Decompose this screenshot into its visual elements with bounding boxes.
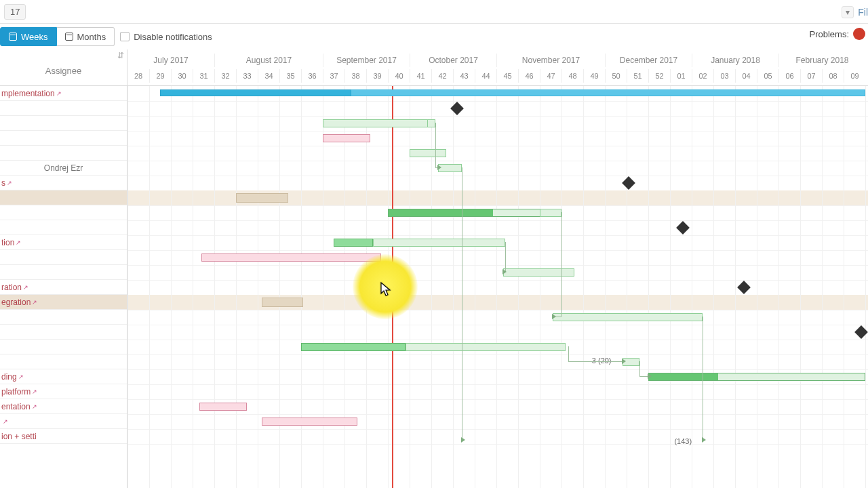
task-row[interactable]: ↗	[0, 414, 127, 429]
task-row[interactable]	[0, 265, 127, 280]
task-row[interactable]	[0, 101, 127, 116]
week-header[interactable]: 29	[149, 69, 171, 83]
task-row[interactable]	[0, 116, 127, 131]
week-header[interactable]: 01	[670, 69, 692, 83]
problems-label: Problems:	[809, 29, 849, 39]
task-bar[interactable]	[438, 164, 462, 172]
week-header[interactable]: 07	[800, 69, 822, 83]
task-row[interactable]	[0, 146, 127, 161]
column-picker-icon[interactable]: ⇵	[117, 51, 124, 60]
week-header[interactable]: 38	[344, 69, 366, 83]
task-bar[interactable]	[323, 119, 431, 127]
filters-link[interactable]: Fil	[858, 7, 868, 18]
task-bar[interactable]	[648, 373, 865, 381]
task-row[interactable]: ding↗	[0, 369, 127, 384]
task-row[interactable]: Ondrej Ezr	[0, 161, 127, 176]
week-header[interactable]: 42	[431, 69, 453, 83]
group-bar[interactable]	[236, 193, 288, 203]
week-header[interactable]: 51	[627, 69, 648, 83]
task-row[interactable]	[0, 325, 127, 340]
task-bar[interactable]	[301, 343, 406, 351]
gantt-chart-pane[interactable]: July 2017August 2017September 2017Octobe…	[127, 49, 868, 488]
week-header[interactable]: 33	[236, 69, 258, 83]
disable-notifications-toggle[interactable]: Disable notifications	[120, 32, 212, 42]
week-header[interactable]: 39	[366, 69, 388, 83]
task-bar-endcap[interactable]	[540, 209, 561, 217]
week-header[interactable]: 34	[258, 69, 279, 83]
week-header[interactable]: 32	[214, 69, 236, 83]
week-header[interactable]: 47	[540, 69, 561, 83]
task-bar[interactable]	[406, 343, 566, 351]
task-bar[interactable]	[410, 149, 446, 157]
task-bar[interactable]	[334, 239, 373, 247]
gantt-toolbar: Weeks Months Disable notifications Probl…	[0, 24, 868, 49]
external-link-icon: ↗	[56, 90, 62, 97]
task-row[interactable]: entation↗	[0, 399, 127, 414]
weeks-button[interactable]: Weeks	[0, 27, 57, 46]
month-header: July 2017	[127, 54, 214, 67]
week-header[interactable]: 02	[692, 69, 713, 83]
task-bar[interactable]	[388, 209, 557, 217]
week-header[interactable]: 49	[583, 69, 605, 83]
task-row[interactable]	[0, 310, 127, 325]
assignee-column-header[interactable]: Assignee	[45, 66, 81, 76]
week-header[interactable]: 35	[279, 69, 301, 83]
task-row[interactable]: ration↗	[0, 280, 127, 295]
group-bar[interactable]	[262, 298, 303, 307]
months-button[interactable]: Months	[57, 27, 115, 46]
milestone-marker[interactable]	[737, 281, 751, 294]
week-header[interactable]: 52	[648, 69, 670, 83]
milestone-marker[interactable]	[676, 221, 690, 235]
task-bar[interactable]	[373, 239, 505, 247]
task-bar[interactable]	[199, 403, 247, 411]
chevron-down-icon[interactable]: ▾	[842, 6, 854, 18]
milestone-marker[interactable]	[622, 176, 635, 190]
task-row[interactable]	[0, 205, 127, 220]
task-bar[interactable]	[323, 134, 370, 142]
week-header[interactable]: 37	[323, 69, 344, 83]
task-bar-endcap[interactable]	[427, 119, 436, 127]
week-header[interactable]: 41	[410, 69, 431, 83]
week-header[interactable]: 31	[193, 69, 214, 83]
week-header[interactable]: 50	[605, 69, 627, 83]
task-bar[interactable]	[553, 313, 703, 321]
week-header[interactable]: 30	[171, 69, 193, 83]
task-row[interactable]	[0, 354, 127, 369]
task-row[interactable]: platform↗	[0, 384, 127, 399]
week-header[interactable]: 08	[822, 69, 844, 83]
week-header[interactable]: 28	[127, 69, 149, 83]
task-row[interactable]: tion↗	[0, 235, 127, 250]
week-header[interactable]: 48	[561, 69, 583, 83]
task-row[interactable]: ion + setti	[0, 429, 127, 444]
task-bar[interactable]	[262, 418, 357, 426]
task-row[interactable]	[0, 250, 127, 265]
task-row[interactable]: mplementation↗	[0, 86, 127, 101]
task-row[interactable]	[0, 340, 127, 354]
week-header[interactable]: 09	[844, 69, 865, 83]
task-row[interactable]	[0, 190, 127, 205]
external-link-icon: ↗	[32, 388, 37, 395]
week-header[interactable]: 36	[301, 69, 323, 83]
week-header[interactable]: 03	[713, 69, 735, 83]
week-header[interactable]: 43	[453, 69, 475, 83]
task-row[interactable]	[0, 220, 127, 235]
week-header[interactable]: 44	[475, 69, 496, 83]
task-row[interactable]: egration↗	[0, 295, 127, 310]
issue-number-badge[interactable]: 17	[4, 4, 26, 20]
weeks-label: Weeks	[21, 32, 48, 42]
task-row[interactable]	[0, 131, 127, 146]
task-row[interactable]: s↗	[0, 176, 127, 190]
task-bar[interactable]	[201, 253, 382, 262]
task-bar[interactable]	[503, 268, 575, 277]
week-header[interactable]: 06	[778, 69, 800, 83]
week-header[interactable]: 05	[757, 69, 778, 83]
task-name: platform	[1, 387, 31, 396]
week-header[interactable]: 04	[735, 69, 757, 83]
problems-indicator[interactable]: Problems:	[809, 28, 865, 40]
task-name: tion	[1, 238, 14, 247]
weeks-strip[interactable]: 2829303132333435363738394041424344454647…	[127, 69, 868, 83]
week-header[interactable]: 45	[496, 69, 518, 83]
week-header[interactable]: 40	[388, 69, 410, 83]
gantt-body[interactable]: 3 (20)(143)	[127, 86, 868, 488]
week-header[interactable]: 46	[518, 69, 540, 83]
